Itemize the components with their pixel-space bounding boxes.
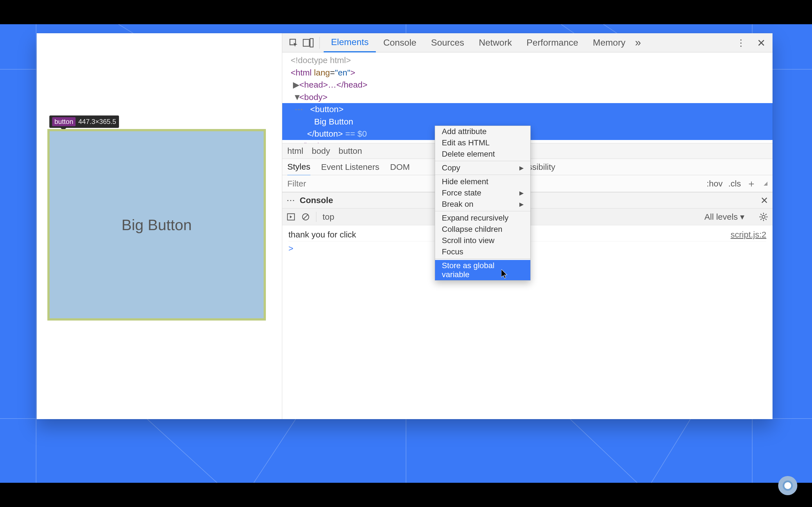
tooltip-dimensions: 447.3×365.5: [79, 118, 116, 126]
chrome-logo-icon: [778, 476, 797, 495]
console-log-text: thank you for click: [289, 230, 356, 239]
mouse-cursor-icon: [501, 269, 508, 280]
subtab-dom-breakpoints[interactable]: DOM: [390, 162, 410, 172]
svg-line-12: [651, 418, 691, 483]
ctx-collapse-children[interactable]: Collapse children: [435, 224, 530, 235]
devtools-toolbar: Elements Console Sources Network Perform…: [282, 33, 772, 52]
console-log-source[interactable]: script.js:2: [730, 230, 766, 239]
execution-context-selector[interactable]: top: [322, 212, 335, 222]
new-style-rule-icon[interactable]: ＋: [747, 177, 756, 190]
device-toolbar-icon[interactable]: [301, 36, 315, 49]
svg-line-18: [303, 214, 308, 219]
tab-console[interactable]: Console: [376, 33, 423, 52]
ctx-focus[interactable]: Focus: [435, 246, 530, 258]
ctx-force-state[interactable]: Force state: [435, 187, 530, 199]
element-dimension-tooltip: button 447.3×365.5: [49, 115, 119, 128]
svg-line-10: [254, 418, 296, 483]
browser-devtools-window: button 447.3×365.5 Big Button Elements C…: [37, 33, 772, 419]
resize-corner-icon: [763, 182, 767, 186]
tab-overflow-icon[interactable]: »: [633, 33, 643, 52]
dom-doctype: <!doctype html>: [291, 55, 351, 65]
svg-rect-14: [303, 39, 309, 46]
tab-sources[interactable]: Sources: [424, 33, 471, 52]
close-console-drawer-icon[interactable]: [761, 196, 768, 204]
dom-selected-node[interactable]: ⋯ <button>: [282, 103, 772, 115]
console-sidebar-toggle-icon[interactable]: [287, 213, 295, 221]
ctx-scroll-into-view[interactable]: Scroll into view: [435, 235, 530, 246]
separator: [319, 37, 320, 49]
tab-elements[interactable]: Elements: [324, 33, 376, 52]
ctx-delete-element[interactable]: Delete element: [435, 149, 530, 160]
kebab-menu-icon[interactable]: ⋮: [733, 36, 748, 49]
tooltip-tag-name: button: [52, 117, 75, 126]
ctx-separator: [435, 211, 530, 211]
svg-line-26: [760, 219, 762, 220]
subtab-event-listeners[interactable]: Event Listeners: [321, 162, 379, 172]
tab-performance[interactable]: Performance: [519, 33, 586, 52]
tab-network[interactable]: Network: [471, 33, 519, 52]
ctx-break-on[interactable]: Break on: [435, 199, 530, 210]
cls-toggle[interactable]: .cls: [728, 179, 741, 188]
ctx-edit-as-html[interactable]: Edit as HTML: [435, 137, 530, 149]
close-devtools-icon[interactable]: [754, 36, 769, 49]
tab-memory[interactable]: Memory: [586, 33, 633, 52]
big-button-label: Big Button: [121, 216, 192, 233]
video-frame: button 447.3×365.5 Big Button Elements C…: [0, 0, 812, 507]
ctx-separator: [435, 259, 530, 259]
svg-line-24: [760, 214, 762, 215]
context-menu: Add attribute Edit as HTML Delete elemen…: [435, 126, 530, 281]
console-drawer-label: Console: [300, 195, 333, 205]
ctx-store-as-global[interactable]: Store as global variable: [435, 260, 530, 280]
breadcrumb-body[interactable]: body: [312, 146, 330, 156]
svg-point-19: [762, 215, 765, 218]
ctx-copy[interactable]: Copy: [435, 162, 530, 173]
ctx-expand-recursively[interactable]: Expand recursively: [435, 212, 530, 224]
subtab-styles[interactable]: Styles: [287, 162, 310, 176]
svg-line-11: [569, 418, 637, 483]
svg-rect-15: [310, 39, 313, 47]
console-kebab-icon[interactable]: ⋮: [286, 196, 296, 205]
hov-toggle[interactable]: :hov: [707, 179, 723, 188]
ctx-add-attribute[interactable]: Add attribute: [435, 126, 530, 137]
ctx-hide-element[interactable]: Hide element: [435, 176, 530, 187]
big-button[interactable]: Big Button: [47, 129, 266, 321]
ctx-separator: [435, 175, 530, 175]
console-settings-icon[interactable]: [759, 212, 768, 221]
clear-console-icon[interactable]: [301, 213, 310, 221]
log-levels-selector[interactable]: All levels ▾: [704, 212, 744, 222]
inspect-icon[interactable]: [286, 36, 301, 49]
svg-line-9: [147, 418, 217, 483]
svg-line-25: [765, 219, 767, 220]
page-viewport: button 447.3×365.5 Big Button: [37, 33, 282, 419]
svg-line-27: [765, 214, 767, 215]
breadcrumb-button[interactable]: button: [339, 146, 362, 156]
breadcrumb-html[interactable]: html: [287, 146, 303, 156]
